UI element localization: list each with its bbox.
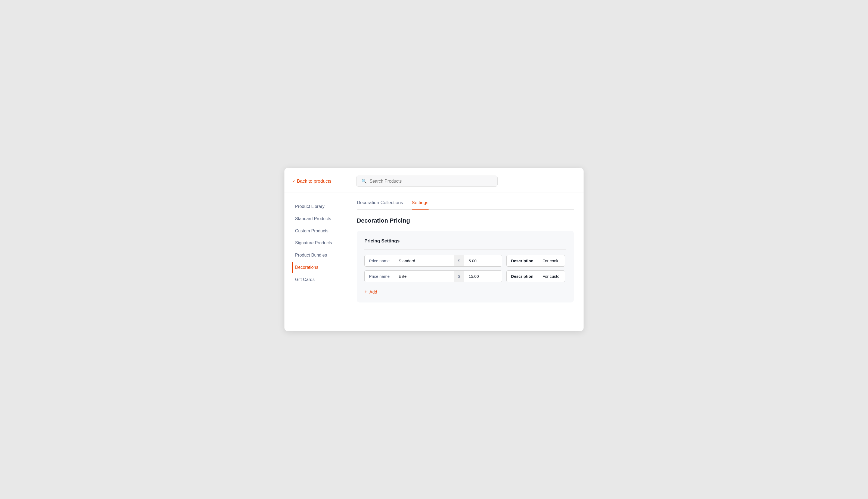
pricing-card: Pricing Settings Price name $ Descriptio…: [357, 231, 574, 303]
price-name-input-0[interactable]: [394, 255, 454, 267]
content-area: Decoration Collections Settings Decorati…: [347, 192, 583, 331]
price-row-container-0: Price name $: [364, 255, 502, 267]
search-bar: 🔍: [356, 175, 498, 187]
tabs: Decoration Collections Settings: [357, 200, 574, 209]
search-icon: 🔍: [361, 179, 367, 184]
pricing-settings-title: Pricing Settings: [364, 238, 566, 244]
pricing-row-1: Price name $ Description For custo: [364, 270, 566, 282]
price-name-label-0: Price name: [364, 255, 394, 267]
sidebar: Product Library Standard Products Custom…: [285, 192, 347, 331]
tab-decoration-collections[interactable]: Decoration Collections: [357, 200, 403, 209]
description-label-0: Description: [506, 255, 538, 267]
currency-symbol-0: $: [454, 255, 464, 267]
back-link-label: Back to products: [297, 179, 331, 184]
desc-group-1: Description For custo: [506, 270, 566, 282]
main-layout: Product Library Standard Products Custom…: [285, 192, 583, 331]
add-label: Add: [370, 290, 377, 295]
sidebar-item-standard-products[interactable]: Standard Products: [292, 214, 347, 224]
amount-input-1[interactable]: [464, 270, 502, 282]
desc-group-0: Description For cook: [506, 255, 566, 267]
add-pricing-row-button[interactable]: + Add: [364, 286, 377, 296]
chevron-left-icon: ‹: [293, 178, 295, 184]
sidebar-item-gift-cards[interactable]: Gift Cards: [292, 274, 347, 285]
page-heading: Decoration Pricing: [357, 217, 574, 224]
app-container: ‹ Back to products 🔍 Product Library Sta…: [285, 168, 583, 331]
divider: [364, 249, 566, 250]
description-label-1: Description: [506, 270, 538, 282]
search-input[interactable]: [370, 179, 493, 184]
amount-input-0[interactable]: [464, 255, 502, 267]
currency-symbol-1: $: [454, 270, 464, 282]
sidebar-item-product-library[interactable]: Product Library: [292, 201, 347, 212]
price-name-label-1: Price name: [364, 270, 394, 282]
top-bar: ‹ Back to products 🔍: [285, 168, 583, 192]
back-to-products-link[interactable]: ‹ Back to products: [293, 178, 348, 184]
sidebar-item-signature-products[interactable]: Signature Products: [292, 238, 347, 249]
sidebar-item-custom-products[interactable]: Custom Products: [292, 226, 347, 237]
description-value-1: For custo: [538, 270, 565, 282]
pricing-row-0: Price name $ Description For cook: [364, 255, 566, 267]
plus-icon: +: [364, 289, 367, 295]
price-row-container-1: Price name $: [364, 270, 502, 282]
description-value-0: For cook: [538, 255, 565, 267]
sidebar-item-product-bundles[interactable]: Product Bundles: [292, 250, 347, 261]
sidebar-item-decorations[interactable]: Decorations: [292, 262, 347, 273]
tab-settings[interactable]: Settings: [412, 200, 428, 209]
price-name-input-1[interactable]: [394, 270, 454, 282]
